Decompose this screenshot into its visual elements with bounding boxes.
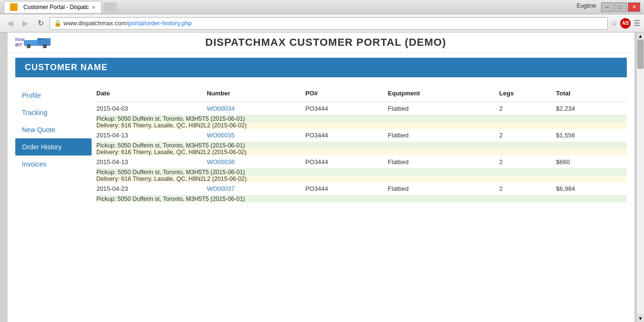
- page-wrapper: FirstBIT DISPATCHMAX CUST: [0, 32, 644, 322]
- browser-toolbar: ◀ ▶ ↻ 🔒 www.dispatchmax.com /portal/orde…: [0, 14, 644, 32]
- pickup-row: Pickup: 5050 Dufferin st, Toronto, M3H5T…: [96, 142, 627, 149]
- order-date: 2015-04-13: [96, 129, 207, 142]
- forward-button[interactable]: ▶: [19, 17, 31, 30]
- order-legs: 2: [499, 156, 556, 169]
- sidebar-item-profile[interactable]: Profile: [15, 87, 92, 104]
- pickup-row: Pickup: 5050 Dufferin st, Toronto, M3H5T…: [96, 115, 627, 123]
- order-date: 2015-04-03: [96, 102, 207, 115]
- delivery-detail: Delivery: 616 Thierry, Lasalle, QC, H8N2…: [96, 149, 627, 156]
- delivery-row: Delivery: 616 Thierry, Lasalle, QC, H8N2…: [96, 149, 627, 156]
- order-link[interactable]: WO00035: [207, 132, 235, 139]
- browser-titlebar: Customer Portal - Dispatc ✕ Eugène ─ □ ✕: [0, 0, 644, 14]
- user-avatar[interactable]: AB: [620, 18, 631, 29]
- sidebar-item-new-quote[interactable]: New Quote: [15, 121, 92, 138]
- order-po: PO3444: [305, 156, 388, 169]
- tab-favicon: [10, 3, 18, 11]
- order-equipment: Flatbed: [388, 129, 499, 142]
- order-po: PO3444: [305, 102, 388, 115]
- table-row: 2015-04-23 WO00037 PO3444 Flatbed 2 $6,9…: [96, 182, 627, 196]
- svg-point-5: [28, 45, 30, 47]
- new-tab-button[interactable]: [104, 2, 117, 12]
- maximize-button[interactable]: □: [614, 2, 627, 12]
- order-date: 2015-04-23: [96, 182, 207, 196]
- order-number[interactable]: WO00037: [207, 182, 305, 196]
- order-number[interactable]: WO00034: [207, 102, 305, 115]
- logo-area: FirstBIT: [15, 37, 25, 48]
- scroll-track[interactable]: [637, 40, 644, 314]
- address-path: /portal/order-history.php: [126, 20, 192, 27]
- bookmark-icon[interactable]: ☆: [611, 19, 617, 28]
- pickup-detail: Pickup: 5050 Dufferin st, Toronto, M3H5T…: [96, 196, 627, 203]
- table-row: 2015-04-13 WO00036 PO3444 Flatbed 2 $660: [96, 156, 627, 169]
- scrollbar[interactable]: ▲ ▼: [636, 32, 644, 322]
- address-bar[interactable]: 🔒 www.dispatchmax.com /portal/order-hist…: [50, 17, 608, 30]
- order-legs: 2: [499, 182, 556, 196]
- delivery-detail: Delivery: 616 Thierry, Lasalle, QC, H8N2…: [96, 176, 627, 182]
- delivery-row: Delivery: 616 Thierry, Lasalle, QC, H8N2…: [96, 122, 627, 129]
- col-number: Number: [207, 87, 305, 102]
- table-row: 2015-04-03 WO00034 PO3444 Flatbed 2 $2,2…: [96, 102, 627, 115]
- pickup-detail: Pickup: 5050 Dufferin st, Toronto, M3H5T…: [96, 115, 627, 123]
- order-total: $6,984: [556, 182, 627, 196]
- order-legs: 2: [499, 102, 556, 115]
- table-row: 2015-04-13 WO00035 PO3444 Flatbed 2 $1,5…: [96, 129, 627, 142]
- pickup-row: Pickup: 5050 Dufferin st, Toronto, M3H5T…: [96, 169, 627, 176]
- order-po: PO3444: [305, 129, 388, 142]
- lock-icon: 🔒: [54, 20, 62, 27]
- order-equipment: Flatbed: [388, 102, 499, 115]
- scroll-left-margin: [0, 32, 6, 322]
- order-link[interactable]: WO00036: [207, 158, 235, 166]
- portal-header: FirstBIT DISPATCHMAX CUST: [8, 32, 634, 53]
- sidebar-item-invoices[interactable]: Invoices: [15, 156, 92, 173]
- scroll-up-button[interactable]: ▲: [637, 32, 644, 40]
- pickup-row: Pickup: 5050 Dufferin st, Toronto, M3H5T…: [96, 196, 627, 203]
- tab-title: Customer Portal - Dispatc: [23, 4, 89, 10]
- sidebar-item-order-history[interactable]: Order History: [15, 138, 92, 156]
- pickup-detail: Pickup: 5050 Dufferin st, Toronto, M3H5T…: [96, 142, 627, 149]
- order-po: PO3444: [305, 182, 388, 196]
- reload-button[interactable]: ↻: [34, 17, 47, 30]
- delivery-detail: Delivery: 616 Thierry, Lasalle, QC, H8N2…: [96, 122, 627, 129]
- sidebar: Profile Tracking New Quote Order History…: [15, 87, 92, 202]
- col-date: Date: [96, 87, 207, 102]
- address-prefix: www.dispatchmax.com: [63, 20, 126, 27]
- scroll-thumb[interactable]: [637, 40, 644, 69]
- col-po: PO#: [305, 87, 388, 102]
- svg-rect-1: [24, 40, 38, 46]
- page-content: FirstBIT DISPATCHMAX CUST: [8, 32, 634, 322]
- orders-table: Date Number PO# Equipment Legs Total 201…: [96, 87, 627, 202]
- toolbar-icons: ☆ AB ☰: [611, 18, 640, 29]
- order-link[interactable]: WO00037: [207, 185, 235, 192]
- user-name: Eugène: [577, 2, 596, 12]
- svg-marker-2: [37, 38, 43, 40]
- logo: FirstBIT: [15, 37, 25, 48]
- main-layout: Profile Tracking New Quote Order History…: [8, 82, 634, 207]
- scroll-down-button[interactable]: ▼: [637, 314, 644, 322]
- menu-icon[interactable]: ☰: [634, 19, 640, 28]
- delivery-row: Delivery: 616 Thierry, Lasalle, QC, H8N2…: [96, 176, 627, 182]
- col-legs: Legs: [499, 87, 556, 102]
- tab-close-button[interactable]: ✕: [92, 5, 95, 10]
- minimize-button[interactable]: ─: [601, 2, 613, 12]
- logo-truck-icon: [23, 35, 52, 51]
- customer-banner: CUSTOMER NAME: [15, 58, 627, 77]
- browser-tab[interactable]: Customer Portal - Dispatc ✕: [4, 1, 102, 13]
- col-total: Total: [556, 87, 627, 102]
- window-controls: Eugène ─ □ ✕: [577, 2, 640, 12]
- order-equipment: Flatbed: [388, 182, 499, 196]
- order-date: 2015-04-13: [96, 156, 207, 169]
- order-number[interactable]: WO00036: [207, 156, 305, 169]
- order-equipment: Flatbed: [388, 156, 499, 169]
- order-total: $2,234: [556, 102, 627, 115]
- portal-title: DISPATCHMAX CUSTOMER PORTAL (DEMO): [25, 36, 627, 49]
- col-equipment: Equipment: [388, 87, 499, 102]
- customer-name: CUSTOMER NAME: [25, 62, 108, 72]
- back-button[interactable]: ◀: [4, 17, 16, 30]
- pickup-detail: Pickup: 5050 Dufferin st, Toronto, M3H5T…: [96, 169, 627, 176]
- order-number[interactable]: WO00035: [207, 129, 305, 142]
- close-button[interactable]: ✕: [628, 2, 640, 12]
- order-link[interactable]: WO00034: [207, 105, 235, 112]
- sidebar-item-tracking[interactable]: Tracking: [15, 104, 92, 121]
- order-legs: 2: [499, 129, 556, 142]
- order-total: $1,556: [556, 129, 627, 142]
